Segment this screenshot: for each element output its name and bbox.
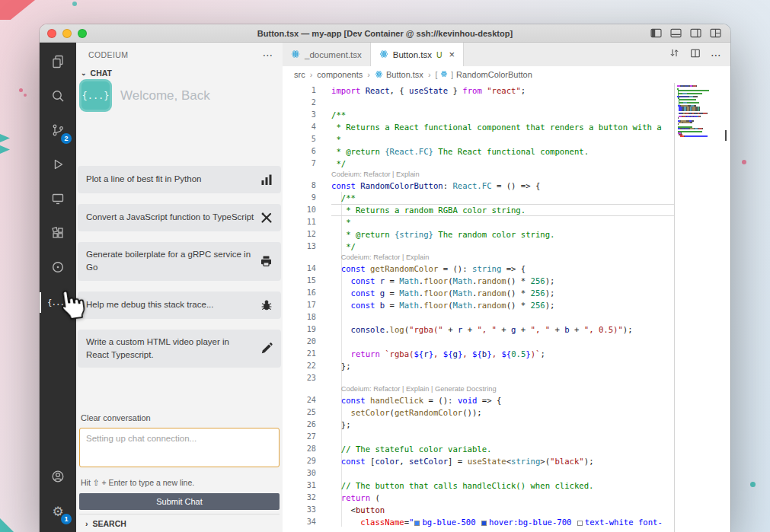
tools-icon — [260, 212, 273, 224]
accounts-button[interactable] — [40, 460, 76, 495]
window-controls — [40, 29, 87, 38]
code-line[interactable]: 14 const getRandomColor = (): string => … — [283, 263, 674, 275]
close-tab-icon[interactable]: × — [449, 49, 455, 59]
code-line[interactable]: 13 */ — [283, 241, 674, 253]
breadcrumb-item[interactable]: [ ] RandomColorButton — [436, 70, 532, 79]
color-swatch — [414, 521, 420, 526]
split-editor-icon[interactable] — [690, 48, 701, 62]
open-changes-icon[interactable] — [669, 47, 680, 62]
sidebar-item-source-control[interactable]: 2 — [40, 114, 76, 148]
panel-title: CODEIUM — [88, 50, 128, 59]
breadcrumb-item[interactable]: src — [294, 70, 305, 79]
code-line[interactable]: 5 * — [283, 133, 674, 145]
search-section-header[interactable]: › SEARCH — [79, 514, 280, 532]
tab-label: Button.tsx — [393, 50, 432, 59]
editor-scrollbar[interactable] — [718, 83, 730, 532]
code-line[interactable]: 1import React, { useState } from "react"… — [283, 84, 674, 97]
code-line[interactable]: 20 — [283, 336, 674, 348]
git-status-badge: U — [436, 50, 443, 59]
suggestion-card[interactable]: Plot a line of best fit in Python — [78, 166, 281, 193]
breadcrumb-item[interactable]: Button.tsx — [375, 70, 423, 80]
code-line[interactable]: 28 // The stateful color variable. — [283, 443, 674, 455]
code-line[interactable]: 32 return ( — [283, 492, 674, 504]
submit-chat-button[interactable]: Submit Chat — [79, 493, 280, 510]
code-line[interactable]: 7 */ — [283, 158, 674, 170]
printer-icon — [260, 255, 273, 267]
breadcrumb-item[interactable]: components — [317, 70, 363, 79]
toggle-primary-sidebar-icon[interactable] — [650, 28, 662, 38]
code-line[interactable]: 26 }; — [283, 419, 674, 431]
codeium-logo: {...} — [79, 79, 112, 112]
code-line[interactable]: 34 className="bg-blue-500 hover:bg-blue-… — [283, 516, 674, 528]
pencil-icon — [260, 342, 273, 355]
react-icon — [379, 49, 388, 60]
tab-button-tsx[interactable]: Button.tsx U × — [371, 43, 464, 66]
minimap[interactable] — [674, 83, 718, 532]
code-line[interactable]: 22 }; — [283, 360, 674, 372]
code-line[interactable]: 16 const g = Math.floor(Math.random() * … — [283, 287, 674, 299]
sidebar-item-explorer[interactable] — [40, 46, 76, 80]
toggle-panel-icon[interactable] — [670, 28, 682, 38]
code-line[interactable]: 21 return `rgba(${r}, ${g}, ${b}, ${0.5}… — [283, 348, 674, 360]
suggestion-card[interactable]: Generate boilerplate for a gRPC service … — [78, 242, 281, 281]
minimize-window-button[interactable] — [62, 29, 72, 38]
toggle-secondary-sidebar-icon[interactable] — [690, 28, 701, 38]
minimap-line — [677, 135, 717, 137]
suggestion-label: Generate boilerplate for a gRPC service … — [86, 248, 254, 275]
clear-conversation-button[interactable]: Clear conversation — [79, 413, 280, 428]
newline-hint: Hit ⇧ + Enter to type a new line. — [79, 467, 280, 493]
code-line[interactable]: 25 setColor(getRandomColor()); — [283, 406, 674, 419]
close-window-button[interactable] — [47, 29, 56, 38]
zoom-window-button[interactable] — [78, 29, 87, 38]
files-icon — [50, 54, 65, 72]
code-line[interactable]: 6 * @return {React.FC} The React functio… — [283, 145, 674, 158]
code-line[interactable]: 15 const r = Math.floor(Math.random() * … — [283, 275, 674, 287]
codelens[interactable]: Codeium: Refactor | Explain | Generate D… — [283, 384, 674, 394]
code-line[interactable]: 31 // The button that calls handleClick(… — [283, 479, 674, 492]
code-line[interactable]: 8const RandomColorButton: React.FC = () … — [283, 180, 674, 192]
codelens[interactable]: Codeium: Refactor | Explain — [283, 170, 674, 180]
suggestion-label: Convert a JavaScript function to TypeScr… — [86, 211, 254, 224]
sidebar-item-run-debug[interactable] — [40, 148, 76, 183]
code-line[interactable]: 9 /** — [283, 192, 674, 204]
sidebar-item-remote-explorer[interactable] — [40, 183, 76, 217]
code-line[interactable]: 4 * Returns a React functional component… — [283, 121, 674, 133]
code-line[interactable]: 19 console.log("rgba(" + r + ", " + g + … — [283, 323, 674, 336]
code-line[interactable]: 2 — [283, 97, 674, 109]
tab-document-tsx[interactable]: _document.tsx — [283, 43, 371, 66]
sidebar-item-search[interactable] — [40, 80, 76, 114]
chat-section-header[interactable]: ⌄ CHAT — [76, 67, 283, 79]
code-line[interactable]: 17 const b = Math.floor(Math.random() * … — [283, 299, 674, 311]
more-actions-icon[interactable]: ⋯ — [711, 49, 721, 60]
code-line[interactable]: 10 * Returns a random RGBA color string. — [283, 204, 674, 216]
settings-badge: 1 — [61, 514, 72, 524]
settings-button[interactable]: ⚙ 1 — [40, 495, 76, 529]
code-line[interactable]: 24 const handleClick = (): void => { — [283, 394, 674, 406]
code-line[interactable]: 29 const [color, setColor] = useState<st… — [283, 455, 674, 467]
code-line[interactable]: 27 — [283, 431, 674, 443]
code-area[interactable]: 1import React, { useState } from "react"… — [283, 83, 674, 532]
wallpaper-shape — [0, 145, 10, 154]
sidebar-item-circle[interactable] — [40, 251, 76, 285]
code-line[interactable]: 23 — [283, 372, 674, 384]
sidebar-item-extensions[interactable] — [40, 217, 76, 251]
customize-layout-icon[interactable] — [710, 28, 721, 38]
code-line[interactable]: 3/** — [283, 109, 674, 121]
code-line[interactable]: 12 * @return {string} The random color s… — [283, 228, 674, 241]
color-swatch — [481, 521, 487, 526]
codelens[interactable]: Codeium: Refactor | Explain — [283, 253, 674, 263]
suggestion-card[interactable]: Write a custom HTML video player in Reac… — [78, 330, 281, 368]
suggestion-list: Plot a line of best fit in Python Conver… — [76, 166, 283, 368]
code-line[interactable]: 18 — [283, 311, 674, 323]
editor-group: _document.tsx Button.tsx U × ⋯ — [283, 43, 730, 532]
code-line[interactable]: 11 * — [283, 216, 674, 228]
code-line[interactable]: 30 — [283, 467, 674, 479]
code-line[interactable]: 33 <button — [283, 504, 674, 516]
chat-input[interactable] — [79, 428, 280, 467]
suggestion-card[interactable]: Convert a JavaScript function to TypeScr… — [78, 204, 281, 231]
wallpaper-shape — [750, 482, 756, 487]
suggestion-card[interactable]: Help me debug this stack trace... — [78, 291, 281, 319]
wallpaper-shape — [19, 88, 23, 92]
more-actions-icon[interactable]: ⋯ — [263, 49, 273, 60]
welcome-message: Welcome, Back — [120, 88, 210, 104]
